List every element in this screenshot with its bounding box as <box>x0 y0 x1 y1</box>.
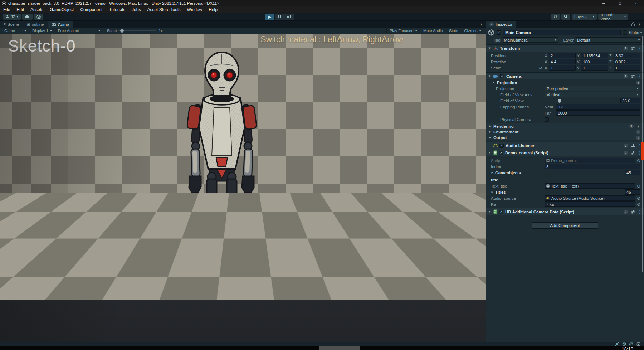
hd-data-enabled-checkbox[interactable]: ✓ <box>499 210 503 214</box>
script-object-field[interactable]: Demo_control <box>545 158 635 163</box>
menu-item-edit[interactable]: Edit <box>13 7 27 12</box>
menu-item-assets[interactable]: Assets <box>27 7 47 12</box>
help-icon[interactable]: ? <box>636 81 640 85</box>
menu-item-window[interactable]: Window <box>184 7 206 12</box>
help-icon[interactable]: ? <box>624 74 628 78</box>
fov-value-field[interactable]: 35.6 <box>620 98 640 103</box>
fov-axis-dropdown[interactable]: Vertical▾ <box>545 92 640 97</box>
help-icon[interactable]: ? <box>629 124 634 128</box>
menu-item-tutorials[interactable]: Tutorials <box>106 7 128 12</box>
bug-reporter-muted-icon[interactable] <box>615 342 619 346</box>
presets-icon[interactable] <box>631 47 635 50</box>
fov-slider-knob[interactable] <box>558 99 561 103</box>
background-tasks-icon[interactable] <box>636 342 640 346</box>
display-dropdown[interactable]: Display 1 ▾ <box>29 28 55 34</box>
mute-audio-toggle[interactable]: Mute Audio <box>420 29 446 33</box>
tab-game[interactable]: Game <box>48 21 73 28</box>
gameobjects-size-field[interactable]: 45 <box>625 170 640 175</box>
gizmos-dropdown[interactable]: Gizmos ▾ <box>461 28 484 33</box>
help-icon[interactable]: ? <box>624 151 628 155</box>
minimize-button[interactable]: ─ <box>596 0 612 6</box>
step-button[interactable]: ▶ <box>284 14 294 20</box>
menu-item-asset-store-tools[interactable]: Asset Store Tools <box>144 7 184 12</box>
active-checkbox[interactable]: ✓ <box>497 30 501 35</box>
audio-listener-header[interactable]: ✓ Audio Listener ? ⋮ <box>486 142 644 149</box>
scale-track[interactable] <box>119 30 156 31</box>
undo-history-button[interactable]: ↺ <box>551 14 560 20</box>
section-menu-icon[interactable]: ⋮ <box>636 124 641 129</box>
rotation-x-field[interactable]: 4.4 <box>549 59 576 64</box>
play-button[interactable]: ▶ <box>265 14 274 20</box>
static-dropdown-icon[interactable]: ▾ <box>640 31 642 34</box>
cloud-sync-muted-icon[interactable] <box>629 342 633 346</box>
object-picker-icon[interactable]: ⊙ <box>637 202 640 207</box>
audio-listener-enabled-checkbox[interactable]: ✓ <box>499 144 504 148</box>
taskbar-app-button[interactable] <box>319 346 360 350</box>
camera-header[interactable]: ▼ ✓ Camera ? ⋮ <box>486 72 644 79</box>
presets-icon[interactable] <box>631 151 635 155</box>
add-component-button[interactable]: Add Component <box>532 222 598 229</box>
pause-button[interactable] <box>275 14 284 20</box>
tab-inspector[interactable]: i Inspector <box>486 21 516 28</box>
environment-foldout[interactable]: ► Environment ? <box>486 129 644 135</box>
menu-item-gameobject[interactable]: GameObject <box>47 7 77 12</box>
menu-item-help[interactable]: Help <box>205 7 221 12</box>
menu-item-jobs[interactable]: Jobs <box>128 7 144 12</box>
object-picker-icon[interactable]: ⊙ <box>637 158 640 163</box>
help-icon[interactable]: ? <box>636 136 640 140</box>
position-z-field[interactable]: 3.32 <box>614 53 640 58</box>
account-dropdown[interactable]: JZ ▾ <box>3 14 21 20</box>
plastic-scm-button[interactable] <box>34 14 43 20</box>
record-video-dropdown[interactable]: record video ▾ <box>598 14 628 20</box>
output-foldout[interactable]: ► Output ? <box>486 135 644 140</box>
foldout-icon[interactable]: ▼ <box>488 47 492 50</box>
next-material-arrow[interactable]: > <box>405 281 411 298</box>
presets-icon[interactable] <box>631 144 635 147</box>
play-focused-dropdown[interactable]: Play Focused ▾ <box>386 28 420 33</box>
projection-dropdown[interactable]: Perspective▾ <box>545 86 640 91</box>
component-menu-icon[interactable]: ⋮ <box>638 74 642 79</box>
scale-x-field[interactable]: 1 <box>549 65 576 71</box>
lock-icon[interactable] <box>631 22 635 26</box>
help-icon[interactable]: ? <box>624 46 628 50</box>
component-menu-icon[interactable]: ⋮ <box>638 46 642 51</box>
position-x-field[interactable]: 2 <box>549 53 576 58</box>
help-icon[interactable]: ? <box>624 210 628 214</box>
demo-control-header[interactable]: ▼ ✓ Demo_control (Script) ? ⋮ <box>486 149 644 156</box>
stats-toggle[interactable]: Stats <box>446 29 461 33</box>
text-title-object-field[interactable]: Text_title (Text) <box>545 183 635 189</box>
prev-material-arrow[interactable]: < <box>393 281 399 298</box>
projection-foldout[interactable]: ▼ Projection ? <box>486 79 644 86</box>
physical-camera-checkbox[interactable] <box>545 117 549 122</box>
hd-camera-data-header[interactable]: ▼ ✓ HD Additional Camera Data (Script) ?… <box>486 208 644 215</box>
tab-outline[interactable]: ▣ outline <box>23 21 47 28</box>
scale-y-field[interactable]: 1 <box>581 65 608 71</box>
audio-source-object-field[interactable]: Audio Source (Audio Source) <box>545 195 635 201</box>
static-checkbox[interactable] <box>623 30 627 35</box>
scale-knob[interactable] <box>120 29 124 33</box>
cache-sync-muted-icon[interactable] <box>622 342 626 346</box>
position-y-field[interactable]: 1.165934 <box>581 53 608 58</box>
inspector-menu-icon[interactable]: ⋮ <box>638 22 642 27</box>
object-picker-icon[interactable]: ⊙ <box>637 184 640 189</box>
ka-object-field[interactable]: ♪ ka <box>545 201 635 207</box>
titles-size-field[interactable]: 45 <box>625 189 640 195</box>
camera-enabled-checkbox[interactable]: ✓ <box>500 74 504 78</box>
constrain-proportions-icon[interactable]: ⊘ <box>539 65 545 71</box>
tag-dropdown[interactable]: MainCamera▾ <box>502 37 558 43</box>
object-picker-icon[interactable]: ⊙ <box>637 196 640 201</box>
far-field[interactable]: 1000 <box>556 110 640 116</box>
close-button[interactable]: × <box>628 0 644 6</box>
layers-dropdown[interactable]: Layers ▾ <box>572 14 597 20</box>
pane-menu-icon[interactable]: ⋮ <box>477 21 486 28</box>
rotation-y-field[interactable]: 180 <box>581 59 608 64</box>
presets-icon[interactable] <box>631 74 635 78</box>
near-field[interactable]: 0.3 <box>556 104 640 110</box>
scale-slider[interactable]: Scale 1x <box>103 29 166 33</box>
scale-z-field[interactable]: 1 <box>614 65 640 71</box>
game-mode-dropdown[interactable]: Game ▾ <box>1 28 29 34</box>
index-field[interactable]: 8 <box>545 164 640 169</box>
rendering-foldout[interactable]: ► Rendering ? ⋮ <box>486 123 644 129</box>
gameobject-name-field[interactable]: Main Camera <box>503 30 621 35</box>
demo-control-enabled-checkbox[interactable]: ✓ <box>499 151 503 155</box>
